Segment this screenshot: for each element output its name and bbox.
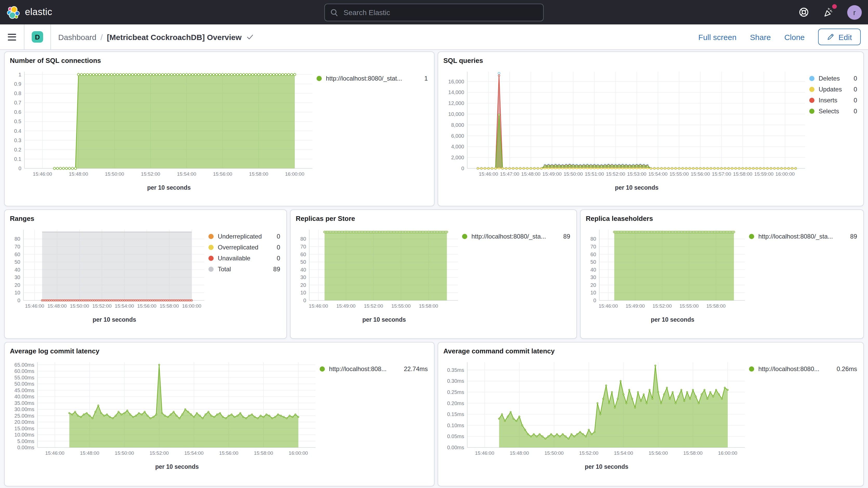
legend-item[interactable]: Total 89 <box>209 264 282 274</box>
svg-text:15:55:00: 15:55:00 <box>392 303 411 309</box>
news-feed-icon[interactable] <box>822 6 835 19</box>
space-badge: D <box>32 31 43 42</box>
user-avatar[interactable]: r <box>847 5 862 20</box>
svg-text:50: 50 <box>14 259 20 265</box>
chart-ranges[interactable]: 8070605040302010015:46:0015:48:0015:50:0… <box>9 224 205 316</box>
svg-text:0.10ms: 0.10ms <box>447 423 464 428</box>
svg-text:80: 80 <box>301 236 306 242</box>
svg-text:0.2: 0.2 <box>14 147 21 153</box>
svg-text:15:57:00: 15:57:00 <box>712 171 731 177</box>
top-header: elastic <box>0 0 868 24</box>
edit-button[interactable]: Edit <box>818 29 861 45</box>
legend-item[interactable]: http://localhost:8080/_stat... 1 <box>316 73 430 84</box>
chart-sql-queries[interactable]: 16,00014,00012,00010,0008,0006,0004,0002… <box>442 66 806 184</box>
chart-average-log-commit-latency[interactable]: 65.00ms60.00ms55.00ms50.00ms45.00ms40.00… <box>9 357 316 463</box>
brand-name: elastic <box>25 7 52 18</box>
svg-text:20.00ms: 20.00ms <box>14 419 34 425</box>
svg-text:0.05ms: 0.05ms <box>447 433 464 439</box>
legend-value: 0 <box>277 233 282 240</box>
svg-text:0.5: 0.5 <box>14 119 21 124</box>
svg-text:15:52:00: 15:52:00 <box>149 450 169 456</box>
chart-replicas-per-store[interactable]: 8070605040302010015:46:0015:49:0015:52:0… <box>295 224 459 316</box>
svg-text:15:58:00: 15:58:00 <box>160 303 179 309</box>
svg-text:16:00:00: 16:00:00 <box>289 450 308 456</box>
panel-title: Average log commit latency <box>5 342 434 356</box>
x-axis-label: per 10 seconds <box>442 464 746 470</box>
search-icon <box>330 8 338 17</box>
svg-text:40: 40 <box>590 267 596 273</box>
svg-text:15:46:00: 15:46:00 <box>33 171 52 177</box>
svg-text:15:56:00: 15:56:00 <box>137 303 156 309</box>
svg-text:30.00ms: 30.00ms <box>14 406 34 412</box>
svg-text:15:47:00: 15:47:00 <box>500 171 519 177</box>
chart-average-command-commit-latency[interactable]: 0.35ms0.30ms0.25ms0.20ms0.15ms0.10ms0.05… <box>442 357 746 463</box>
svg-text:0.7: 0.7 <box>14 100 21 105</box>
legend-item[interactable]: http://localhost:8080... 0.26ms <box>749 363 859 374</box>
legend-item[interactable]: Underreplicated 0 <box>209 231 282 242</box>
help-icon[interactable] <box>797 6 810 19</box>
elastic-logo[interactable]: elastic <box>0 5 52 19</box>
legend-dot <box>749 366 754 371</box>
legend-item[interactable]: Deletes 0 <box>809 73 859 84</box>
legend-item[interactable]: http://localhost:8080/_sta... 89 <box>749 231 859 242</box>
legend-item[interactable]: Overreplicated 0 <box>209 242 282 252</box>
share-button[interactable]: Share <box>750 32 771 41</box>
svg-text:40.00ms: 40.00ms <box>14 394 34 399</box>
panel-number-of-sql-connections: Number of SQL connections 10.90.80.70.60… <box>4 52 435 206</box>
legend-value: 0 <box>854 96 859 104</box>
svg-text:16:00:00: 16:00:00 <box>718 450 737 456</box>
panel-average-log-commit-latency: Average log commit latency 65.00ms60.00m… <box>4 342 435 486</box>
svg-text:15:56:00: 15:56:00 <box>219 450 238 456</box>
panel-title: SQL queries <box>438 52 863 65</box>
panel-replicas-per-store: Replicas per Store 8070605040302010015:4… <box>290 209 577 339</box>
legend-dot <box>209 245 214 250</box>
title-check-icon[interactable] <box>246 33 254 41</box>
toolbar-actions: Full screen Share Clone Edit <box>698 29 868 45</box>
legend-item[interactable]: Selects 0 <box>809 105 859 116</box>
notification-dot <box>832 4 837 8</box>
svg-text:15:48:00: 15:48:00 <box>521 171 540 177</box>
chart-replica-leaseholders[interactable]: 8070605040302010015:46:0015:49:0015:52:0… <box>585 224 746 316</box>
svg-text:15:54:00: 15:54:00 <box>177 171 196 177</box>
legend: Underreplicated 0 Overreplicated 0 Unava… <box>205 224 282 323</box>
nav-menu-button[interactable] <box>0 24 24 49</box>
breadcrumb-dashboard-link[interactable]: Dashboard <box>58 32 96 41</box>
chart-number-of-sql-connections[interactable]: 10.90.80.70.60.50.40.30.20.1015:46:0015:… <box>9 66 313 184</box>
legend-item[interactable]: Inserts 0 <box>809 95 859 105</box>
space-selector[interactable]: D <box>24 24 51 49</box>
legend-item[interactable]: Unavailable 0 <box>209 252 282 264</box>
legend-item[interactable]: Updates 0 <box>809 84 859 95</box>
svg-text:15:50:00: 15:50:00 <box>545 450 564 456</box>
legend-value: 22.74ms <box>404 365 430 372</box>
legend-item[interactable]: http://localhost:8080/_sta... 89 <box>462 231 572 242</box>
legend-label: Selects <box>818 107 839 115</box>
svg-text:60.00ms: 60.00ms <box>14 368 34 374</box>
legend-dot <box>209 266 214 272</box>
legend-value: 1 <box>424 74 430 82</box>
legend-dot <box>809 75 814 81</box>
header-actions: r <box>797 0 862 24</box>
full-screen-button[interactable]: Full screen <box>698 32 737 41</box>
svg-text:1: 1 <box>19 72 21 78</box>
page-title: [Metricbeat CockroachDB] Overview <box>107 32 242 41</box>
elastic-logo-icon <box>7 5 20 19</box>
chart-canvas: 65.00ms60.00ms55.00ms50.00ms45.00ms40.00… <box>9 357 316 461</box>
svg-text:0: 0 <box>593 298 596 303</box>
chart-canvas: 16,00014,00012,00010,0008,0006,0004,0002… <box>442 66 806 182</box>
svg-text:15:50:00: 15:50:00 <box>564 171 583 177</box>
global-search[interactable] <box>324 4 544 21</box>
legend-item[interactable]: http://localhost:808... 22.74ms <box>320 363 430 374</box>
legend-value: 0.26ms <box>837 365 859 372</box>
clone-button[interactable]: Clone <box>784 32 805 41</box>
svg-text:15:55:00: 15:55:00 <box>670 171 689 177</box>
svg-text:15:46:00: 15:46:00 <box>599 303 618 309</box>
search-input[interactable] <box>343 8 538 17</box>
x-axis-label: per 10 seconds <box>9 316 205 323</box>
svg-text:6,000: 6,000 <box>451 133 464 139</box>
chart-canvas: 8070605040302010015:46:0015:49:0015:52:0… <box>585 224 746 314</box>
legend: http://localhost:8080/_sta... 89 <box>746 224 859 323</box>
svg-text:15:49:00: 15:49:00 <box>625 303 645 309</box>
svg-text:0: 0 <box>19 165 21 171</box>
svg-text:15:58:00: 15:58:00 <box>683 450 703 456</box>
kibana-app: elastic <box>0 0 868 488</box>
